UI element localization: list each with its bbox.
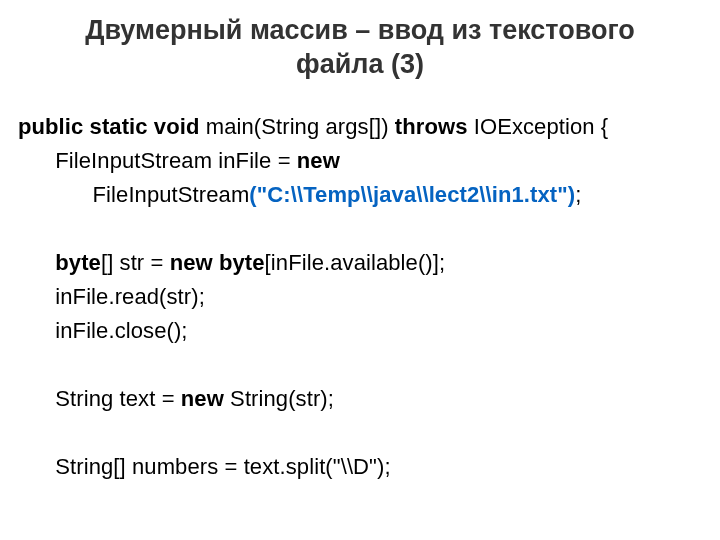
code-text: IOException { [468, 114, 609, 139]
code-text: String text = [18, 386, 181, 411]
kw-byte: byte [18, 250, 101, 275]
blank-line [18, 352, 24, 377]
slide: Двумерный массив – ввод из текстового фа… [0, 0, 720, 540]
code-text: String(str); [224, 386, 334, 411]
kw-new: new [181, 386, 224, 411]
kw-public-static-void: public static void [18, 114, 200, 139]
slide-title: Двумерный массив – ввод из текстового фа… [58, 14, 662, 82]
kw-new-byte: new byte [170, 250, 265, 275]
blank-line [18, 216, 24, 241]
kw-new: new [297, 148, 340, 173]
code-text: inFile.close(); [18, 318, 188, 343]
code-text: [inFile.available()]; [265, 250, 446, 275]
code-text: FileInputStream inFile = [18, 148, 297, 173]
code-text: String[] numbers = text.split("\\D"); [18, 454, 391, 479]
kw-throws: throws [395, 114, 468, 139]
string-literal: ("C:\\Temp\\java\\lect2\\in1.txt") [249, 182, 575, 207]
code-text: main(String args[]) [200, 114, 395, 139]
code-text: ; [575, 182, 581, 207]
code-text: inFile.read(str); [18, 284, 205, 309]
blank-line [18, 420, 24, 445]
code-text: FileInputStream [18, 182, 249, 207]
code-block: public static void main(String args[]) t… [18, 110, 702, 485]
code-text: [] str = [101, 250, 170, 275]
